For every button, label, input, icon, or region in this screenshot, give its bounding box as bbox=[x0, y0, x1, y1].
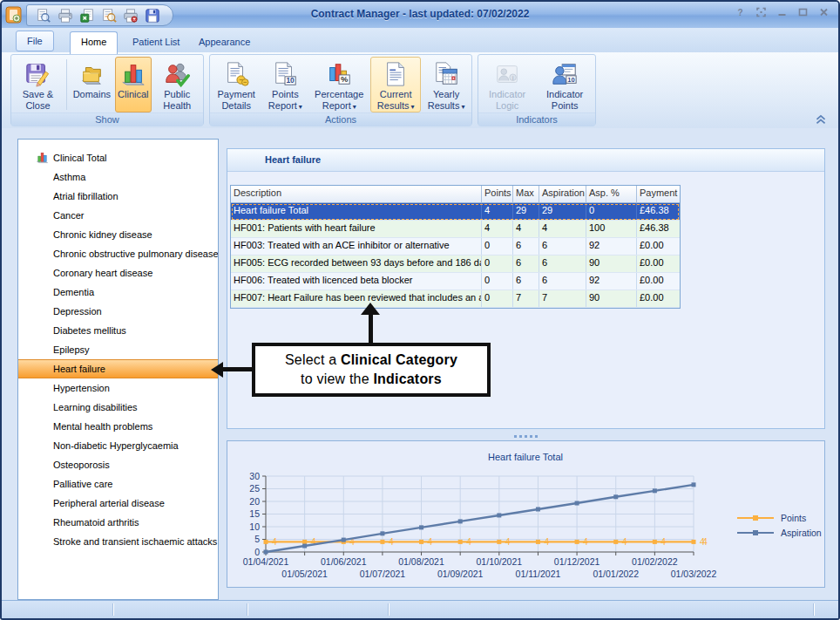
svg-text:4: 4 bbox=[544, 536, 549, 547]
sidebar-item-coronary-heart-disease[interactable]: Coronary heart disease bbox=[18, 263, 218, 283]
table-row-hf001[interactable]: HF001: Patients with heart failure444100… bbox=[231, 221, 680, 238]
table-row-hf006[interactable]: HF006: Treated with licenced beta blocke… bbox=[231, 273, 680, 290]
ribbon-button-current-results[interactable]: Current Results▾ bbox=[370, 57, 421, 112]
column-header-description[interactable]: Description bbox=[231, 186, 482, 202]
table-cell: 6 bbox=[513, 255, 539, 272]
sidebar-item-epilepsy[interactable]: Epilepsy bbox=[18, 340, 218, 359]
sidebar-item-label: Mental health problems bbox=[53, 421, 152, 432]
clinical-total-icon bbox=[36, 151, 49, 164]
svg-text:4: 4 bbox=[505, 536, 511, 547]
sidebar-item-clinical-total[interactable]: Clinical Total bbox=[18, 148, 218, 167]
ribbon-group-label: Show bbox=[11, 112, 203, 126]
column-header-asp[interactable]: Asp. % bbox=[586, 186, 637, 202]
print-cancel-button[interactable] bbox=[123, 8, 139, 24]
column-header-max[interactable]: Max bbox=[513, 186, 539, 202]
sidebar-item-atrial-fibrillation[interactable]: Atrial fibrillation bbox=[18, 187, 218, 206]
ribbon-button-percentage-report[interactable]: %Percentage Report▾ bbox=[309, 57, 369, 112]
svg-text:4: 4 bbox=[272, 536, 277, 547]
sidebar-item-rheumatoid-arthritis[interactable]: Rheumatoid arthritis bbox=[18, 513, 218, 532]
sidebar-item-hypertension[interactable]: Hypertension bbox=[18, 378, 218, 398]
close-button[interactable] bbox=[818, 7, 830, 17]
ribbon-button-label: Current Results▾ bbox=[373, 89, 418, 112]
report-preview-button[interactable] bbox=[101, 8, 117, 24]
yearly-results-icon bbox=[433, 61, 459, 87]
column-header-points[interactable]: Points bbox=[482, 186, 513, 202]
sidebar-item-non-diabetic-hyperglycaemia[interactable]: Non-diabetic Hyperglycaemia bbox=[18, 436, 218, 455]
table-row-hf003[interactable]: HF003: Treated with an ACE inhibitor or … bbox=[231, 238, 680, 255]
status-bar bbox=[2, 600, 838, 618]
ribbon-button-points-report[interactable]: 10Points Report▾ bbox=[262, 57, 308, 112]
excel-export-icon bbox=[79, 8, 95, 24]
sidebar-item-asthma[interactable]: Asthma bbox=[18, 167, 218, 187]
column-header-payment[interactable]: Payment bbox=[637, 186, 680, 202]
print-button[interactable] bbox=[58, 8, 73, 24]
panel-splitter[interactable] bbox=[227, 433, 825, 440]
svg-text:4: 4 bbox=[622, 536, 627, 547]
tab-patient-list[interactable]: Patient List bbox=[122, 32, 190, 51]
sidebar-item-peripheral-arterial-disease[interactable]: Peripheral arterial disease bbox=[18, 494, 218, 513]
table-cell: 4 bbox=[539, 221, 586, 237]
table-cell: £46.38 bbox=[637, 203, 680, 220]
sidebar-item-depression[interactable]: Depression bbox=[18, 302, 218, 321]
table-cell: 4 bbox=[482, 221, 513, 237]
sidebar-item-chronic-obstructive-pulmonary-disease[interactable]: Chronic obstructive pulmonary disease bbox=[18, 244, 218, 263]
svg-text:25: 25 bbox=[249, 483, 260, 494]
results-panel-header: Heart failure bbox=[227, 149, 824, 172]
sidebar-item-cancer[interactable]: Cancer bbox=[18, 206, 218, 225]
sidebar-item-label: Epilepsy bbox=[53, 344, 90, 355]
sidebar-item-chronic-kidney-disease[interactable]: Chronic kidney disease bbox=[18, 225, 218, 244]
ribbon-button-label: Indicator Logic bbox=[483, 89, 532, 112]
ribbon-button-public-health[interactable]: Public Health bbox=[153, 57, 201, 112]
ribbon-button-clinical[interactable]: Clinical bbox=[115, 57, 151, 112]
sidebar-item-palliative-care[interactable]: Palliative care bbox=[18, 474, 218, 494]
svg-text:01/08/2021: 01/08/2021 bbox=[398, 556, 444, 567]
ribbon-button-label: Payment Details bbox=[214, 89, 258, 112]
ribbon-button-indicator-points[interactable]: 10Indicator Points bbox=[536, 57, 593, 112]
table-cell: £0.00 bbox=[637, 273, 680, 290]
callout-arrow-left-line bbox=[220, 367, 252, 371]
ribbon-button-payment-details[interactable]: Payment Details bbox=[212, 57, 261, 112]
print-cancel-icon bbox=[123, 8, 139, 24]
table-row-hf007[interactable]: HF007: Heart Failure has been reviewed t… bbox=[231, 290, 680, 308]
public-health-icon bbox=[164, 61, 190, 87]
help-button[interactable]: ? bbox=[735, 7, 746, 17]
annotation-callout: Select a Clinical Category to view the I… bbox=[252, 343, 491, 397]
column-header-aspiration[interactable]: Aspiration bbox=[539, 186, 586, 202]
tab-file[interactable]: File bbox=[16, 31, 54, 51]
svg-text:Aspiration: Aspiration bbox=[781, 528, 822, 538]
save-button[interactable] bbox=[145, 8, 160, 24]
tab-home[interactable]: Home bbox=[70, 31, 118, 54]
sidebar-item-label: Rheumatoid arthritis bbox=[53, 517, 139, 528]
sidebar-item-mental-health-problems[interactable]: Mental health problems bbox=[18, 417, 218, 436]
ribbon-button-yearly-results[interactable]: Yearly Results▾ bbox=[423, 57, 470, 112]
app-menu-button[interactable] bbox=[5, 5, 23, 24]
table-cell: 4 bbox=[482, 203, 513, 220]
sidebar-item-learning-disabilities[interactable]: Learning disabilities bbox=[18, 398, 218, 417]
excel-export-button[interactable] bbox=[79, 8, 95, 24]
callout-arrow-up-line bbox=[369, 314, 373, 344]
sidebar-item-dementia[interactable]: Dementia bbox=[18, 283, 218, 302]
sidebar-item-diabetes-mellitus[interactable]: Diabetes mellitus bbox=[18, 321, 218, 340]
ribbon-button-domains[interactable]: Domains bbox=[71, 57, 113, 112]
fit-window-button[interactable] bbox=[755, 7, 767, 17]
svg-text:01/04/2021: 01/04/2021 bbox=[243, 556, 289, 567]
tab-appearance[interactable]: Appearance bbox=[188, 32, 261, 51]
svg-text:30: 30 bbox=[249, 471, 260, 481]
minimize-button[interactable] bbox=[776, 7, 788, 17]
sidebar-item-label: Clinical Total bbox=[53, 153, 107, 163]
ribbon-collapse-button[interactable] bbox=[814, 113, 828, 125]
maximize-button[interactable] bbox=[797, 7, 809, 17]
sidebar-item-stroke-and-transient-ischaemic-attacks[interactable]: Stroke and transient ischaemic attacks bbox=[18, 532, 218, 551]
sidebar-item-heart-failure[interactable]: Heart failure bbox=[18, 359, 218, 378]
print-preview-button[interactable] bbox=[36, 8, 51, 24]
sidebar-item-osteoporosis[interactable]: Osteoporosis bbox=[18, 455, 218, 474]
svg-text:%: % bbox=[341, 75, 349, 84]
ribbon-button-save-close[interactable]: Save & Close bbox=[13, 57, 63, 112]
table-row-heart-failure-total[interactable]: Heart failure Total429290£46.38 bbox=[231, 203, 680, 221]
table-row-hf005[interactable]: HF005: ECG recorded between 93 days befo… bbox=[231, 255, 680, 273]
table-cell: HF007: Heart Failure has been reviewed t… bbox=[231, 290, 482, 307]
save-close-icon bbox=[24, 61, 51, 87]
tab-bar: FileHomePatient ListAppearance bbox=[2, 28, 838, 53]
svg-text:Points: Points bbox=[781, 513, 806, 523]
sidebar-item-label: Heart failure bbox=[53, 364, 105, 374]
